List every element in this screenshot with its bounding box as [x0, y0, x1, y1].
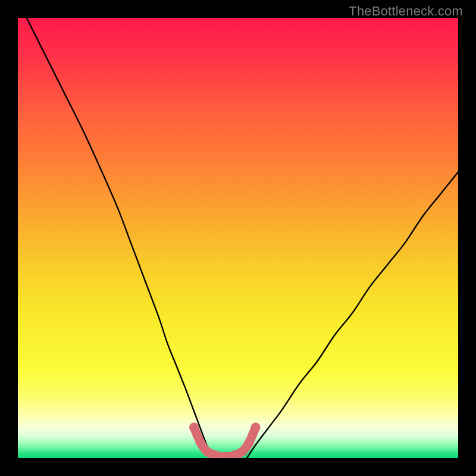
series-right-curve [247, 172, 458, 458]
plot-area [18, 18, 458, 458]
watermark-text: TheBottleneck.com [349, 4, 463, 19]
curve-layer [18, 18, 458, 458]
series-bottom-highlight-band-dot [196, 438, 205, 447]
series-bottom-highlight-band-dot [245, 438, 254, 447]
series-bottom-highlight-band-dot [237, 447, 247, 456]
chart-stage: TheBottleneck.com [0, 0, 476, 476]
series-left-curve [27, 18, 212, 458]
series-bottom-highlight-band-dot [189, 422, 199, 432]
series-bottom-highlight-band-dot [251, 422, 261, 432]
series-bottom-highlight-band-dot [202, 447, 212, 456]
